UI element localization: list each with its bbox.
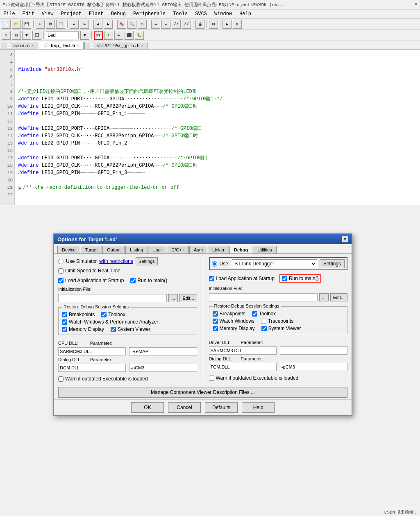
right-init-edit-btn[interactable]: Edit...: [330, 293, 347, 301]
dtab-debug[interactable]: Debug: [229, 246, 252, 253]
help-btn[interactable]: Help: [242, 402, 275, 413]
left-dialog-param-input[interactable]: [129, 364, 197, 372]
open-btn[interactable]: 📂: [12, 20, 21, 29]
dtab-cc[interactable]: C/C++: [167, 246, 189, 253]
menu-view[interactable]: View: [40, 10, 55, 18]
paste-btn[interactable]: 📋: [56, 20, 65, 29]
cancel-btn[interactable]: Cancel: [168, 402, 201, 413]
menu-project[interactable]: Project: [59, 10, 83, 18]
use-debugger-radio[interactable]: [212, 261, 217, 267]
right-memory-cb[interactable]: [213, 326, 218, 331]
menu-tools[interactable]: Tools: [171, 10, 189, 18]
right-init-browse-btn[interactable]: ...: [319, 293, 329, 301]
bookmark-btn[interactable]: 🔖: [117, 20, 126, 29]
target-input[interactable]: [46, 31, 79, 39]
find2-btn[interactable]: ⊕: [138, 20, 147, 29]
copy-btn[interactable]: ⧉: [46, 20, 55, 29]
left-cpu-dll-input[interactable]: [58, 347, 126, 355]
dtab-utilities[interactable]: Utilities: [253, 246, 276, 253]
tb2-btn4[interactable]: 🔲: [32, 31, 41, 40]
cut-btn[interactable]: ✂: [36, 20, 45, 29]
run-btn[interactable]: ▶: [114, 31, 123, 40]
menu-window[interactable]: Window: [213, 10, 234, 18]
right-driver-dll-input[interactable]: [209, 346, 277, 355]
dtab-asm[interactable]: Asm: [189, 246, 207, 253]
tab-stm32-close[interactable]: ✕: [141, 43, 143, 48]
left-watch-cb[interactable]: [62, 319, 67, 325]
tb2-btn2[interactable]: ⊞: [12, 31, 21, 40]
left-toolbox-cb[interactable]: [101, 312, 107, 317]
options-for-target-btn[interactable]: ⚙▼: [94, 31, 103, 40]
tb2-btn1[interactable]: ⊕: [2, 31, 11, 40]
right-dialog-dll-input[interactable]: [209, 363, 277, 371]
with-restrictions-link[interactable]: with restrictions: [99, 258, 133, 264]
undo-btn[interactable]: ↩: [70, 20, 79, 29]
right-watch-cb[interactable]: [213, 319, 218, 324]
right-tracepoints-cb[interactable]: [261, 319, 266, 324]
print-btn[interactable]: 🖨: [195, 20, 204, 29]
debugger-select[interactable]: ST-Link Debugger: [232, 259, 317, 268]
code-area[interactable]: #include "stm32f10x.h" /*·定义LED连接的GPIO端口…: [15, 50, 420, 205]
menu-peripherals[interactable]: Peripherals: [132, 10, 167, 18]
menu-flash[interactable]: Flash: [87, 10, 105, 18]
build-btn[interactable]: ▶: [222, 20, 232, 29]
settings2-btn[interactable]: ⚙: [233, 20, 242, 29]
tab-bsp-led-h[interactable]: 📄 bsp_led.h ✕: [39, 42, 84, 49]
menu-svcs[interactable]: SVCS: [193, 10, 209, 18]
menu-debug[interactable]: Debug: [109, 10, 127, 18]
comment-btn[interactable]: //: [172, 20, 181, 29]
defaults-btn[interactable]: Defaults: [205, 402, 238, 413]
tab-main-c[interactable]: 📄 main.c ✕: [2, 42, 38, 49]
menu-help[interactable]: Help: [238, 10, 253, 18]
left-init-browse-btn[interactable]: ...: [168, 294, 178, 302]
right-load-app-cb[interactable]: [209, 276, 214, 281]
tab-stm32-gpio-h[interactable]: 📄 stm32f10x_gpio.h ✕: [84, 42, 148, 49]
stop-btn[interactable]: ⬛: [125, 31, 134, 40]
ok-btn[interactable]: OK: [131, 402, 164, 413]
download-btn[interactable]: ⬇: [104, 31, 113, 40]
right-init-input[interactable]: [209, 293, 318, 301]
save-btn[interactable]: 💾: [22, 20, 31, 29]
right-driver-param-input[interactable]: [280, 346, 347, 355]
limit-speed-checkbox[interactable]: [58, 268, 64, 274]
left-init-edit-btn[interactable]: Edit...: [179, 294, 197, 302]
nav-fwd-btn[interactable]: ▶: [104, 20, 113, 29]
find-btn[interactable]: 🔍: [127, 20, 136, 29]
right-dialog-param-input[interactable]: [280, 363, 347, 371]
left-cpu-param-input[interactable]: [129, 347, 197, 355]
simulator-radio[interactable]: [58, 259, 64, 264]
tab-bsp-led-close[interactable]: ✕: [77, 43, 79, 48]
left-memory-cb[interactable]: [62, 327, 67, 332]
right-sysviewer-cb[interactable]: [261, 326, 267, 331]
manage-component-btn[interactable]: Manage Component Viewer Description File…: [58, 387, 347, 398]
new-btn[interactable]: 📄: [2, 20, 11, 29]
tb2-btn3[interactable]: ▼: [22, 31, 31, 40]
target-dropdown[interactable]: ▼: [80, 31, 89, 40]
left-breakpoints-cb[interactable]: [62, 312, 67, 317]
dtab-device[interactable]: Device: [57, 246, 80, 253]
left-load-app-checkbox[interactable]: [58, 278, 64, 283]
left-run-to-main-checkbox[interactable]: [130, 278, 136, 283]
dialog-close-btn[interactable]: ×: [342, 236, 348, 242]
right-breakpoints-cb[interactable]: [213, 311, 218, 317]
dtab-listing[interactable]: Listing: [125, 246, 148, 253]
right-run-to-main-cb[interactable]: [282, 276, 287, 281]
uncomment-btn[interactable]: //: [182, 20, 191, 29]
left-sysviewer-cb[interactable]: [111, 327, 116, 332]
dtab-output[interactable]: Output: [102, 246, 125, 253]
menu-file[interactable]: File: [2, 10, 17, 18]
left-init-input[interactable]: [58, 294, 167, 302]
dtab-user[interactable]: User: [148, 246, 166, 253]
outdent-btn[interactable]: ⇤: [161, 20, 170, 29]
right-settings-btn[interactable]: Settings: [320, 259, 345, 268]
menu-edit[interactable]: Edit: [21, 10, 36, 18]
simulator-settings-btn[interactable]: Settings: [136, 257, 158, 265]
redo-btn[interactable]: ↪: [80, 20, 89, 29]
tab-main-c-close[interactable]: ✕: [32, 43, 34, 48]
left-dialog-dll-input[interactable]: [58, 364, 126, 372]
debug-btn[interactable]: 🐛: [135, 31, 144, 40]
dtab-linker[interactable]: Linker: [208, 246, 229, 253]
left-warn-cb[interactable]: [58, 376, 64, 382]
extra-btn[interactable]: ⊞: [209, 20, 218, 29]
dtab-target[interactable]: Target: [81, 246, 102, 253]
